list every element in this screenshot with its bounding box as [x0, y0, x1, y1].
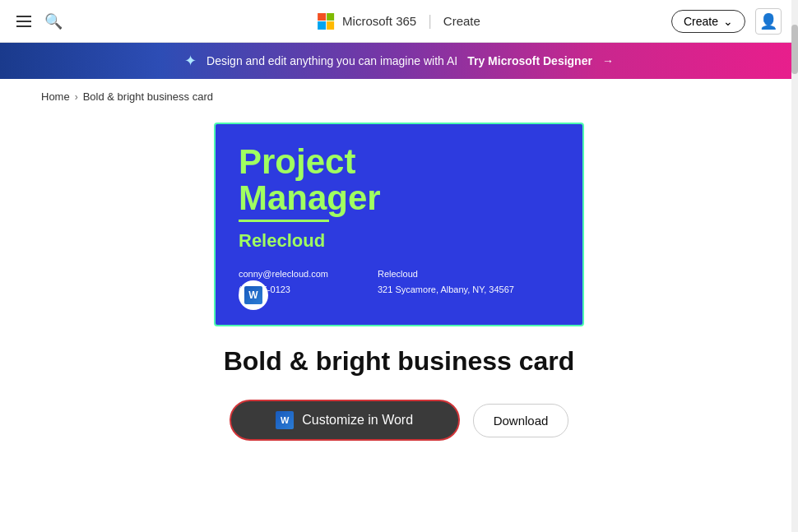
ms-logo-yellow [327, 21, 335, 30]
template-title: Bold & bright business card [224, 346, 575, 377]
breadcrumb-current: Bold & bright business card [83, 90, 213, 103]
word-badge: W [239, 280, 268, 310]
create-button-label: Create [684, 15, 718, 28]
create-button[interactable]: Create ⌄ [671, 10, 745, 33]
breadcrumb-chevron-icon: › [75, 91, 78, 103]
card-contact-row: conny@relecloud.com (5) 555-0123 Releclo… [239, 266, 559, 297]
word-button-icon: W [276, 411, 294, 429]
banner-text: Design and edit anything you can imagine… [206, 54, 457, 67]
chevron-down-icon: ⌄ [723, 15, 733, 28]
header: 🔍 Microsoft 365 | Create Create ⌄ 👤 [0, 0, 798, 43]
sparkle-icon: ✦ [184, 52, 197, 70]
search-icon[interactable]: 🔍 [44, 12, 63, 30]
account-icon[interactable]: 👤 [755, 8, 782, 35]
header-left: 🔍 [16, 12, 63, 30]
customize-in-word-button[interactable]: W Customize in Word [230, 400, 460, 441]
hamburger-menu-icon[interactable] [16, 16, 31, 27]
arrow-icon: → [602, 54, 614, 67]
ms365-text: Microsoft 365 [342, 14, 416, 28]
card-preview-container: Project Manager Relecloud conny@releclou… [214, 123, 584, 326]
scrollbar-thumb[interactable] [791, 25, 798, 74]
account-badge-icon: 👤 [759, 12, 777, 30]
scrollbar[interactable] [791, 0, 798, 532]
try-designer-link[interactable]: Try Microsoft Designer [467, 54, 592, 67]
card-job-title: Project Manager [239, 144, 559, 216]
customize-button-label: Customize in Word [302, 413, 413, 428]
header-divider: | [428, 12, 432, 30]
breadcrumb-home[interactable]: Home [41, 90, 70, 103]
ms-logo-red [318, 13, 326, 21]
header-center: Microsoft 365 | Create [318, 12, 480, 30]
download-button[interactable]: Download [473, 404, 569, 437]
buttons-row: W Customize in Word Download [230, 400, 569, 441]
ms-logo-blue [318, 21, 326, 30]
card-preview: Project Manager Relecloud conny@releclou… [214, 123, 584, 326]
header-right: Create ⌄ 👤 [671, 8, 782, 35]
card-underline [239, 220, 329, 222]
designer-banner: ✦ Design and edit anything you can imagi… [0, 43, 798, 79]
breadcrumb: Home › Bold & bright business card [0, 79, 798, 114]
word-icon: W [244, 286, 262, 304]
card-company: Relecloud [239, 230, 559, 252]
card-contact-right: Relecloud 321 Sycamore, Albany, NY, 3456… [378, 266, 514, 297]
ms-logo-green [327, 13, 335, 21]
microsoft-logo [318, 13, 334, 30]
create-center-text: Create [443, 14, 480, 28]
main-content: Project Manager Relecloud conny@releclou… [0, 114, 798, 474]
